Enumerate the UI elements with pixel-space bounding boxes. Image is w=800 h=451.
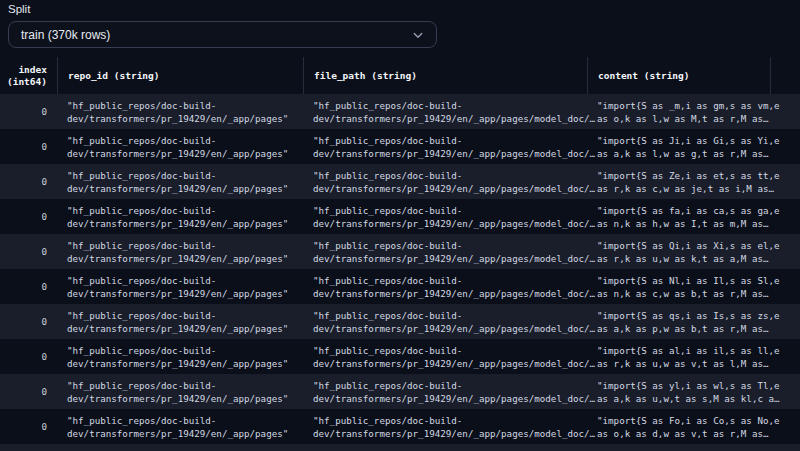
- file-path-cell: "hf_public_repos/doc-build-dev/transform…: [303, 304, 587, 339]
- table-row: 0"hf_public_repos/doc-build-dev/transfor…: [0, 234, 800, 269]
- index-cell: 0: [0, 234, 57, 269]
- content-cell: "import{S as _m,i as gm,s as vm,eas o,k …: [587, 94, 770, 129]
- overflow-column-cell: [770, 374, 800, 409]
- repo-id-cell: "hf_public_repos/doc-build-dev/transform…: [57, 94, 303, 129]
- content-cell: "import{S as qs,i as Is,s as zs,eas a,k …: [587, 304, 770, 339]
- overflow-column-cell: [770, 199, 800, 234]
- index-cell: 0: [0, 304, 57, 339]
- index-cell: 0: [0, 409, 57, 444]
- repo-id-cell: "hf_public_repos/doc-build-dev/transform…: [57, 339, 303, 374]
- repo-id-cell: "hf_public_repos/doc-build-dev/transform…: [57, 129, 303, 164]
- file-path-cell: "hf_public_repos/doc-build-dev/transform…: [303, 199, 587, 234]
- file-path-cell: "hf_public_repos/doc-build-dev/transform…: [303, 374, 587, 409]
- table-row: 0"hf_public_repos/doc-build-dev/transfor…: [0, 374, 800, 409]
- overflow-column-cell: [770, 339, 800, 374]
- content-cell: "import{S as Nl,i as Il,s as Sl,eas n,k …: [587, 269, 770, 304]
- column-header-extra: [770, 57, 800, 94]
- content-cell: "import{S as yl,i as wl,s as Tl,eas a,k …: [587, 374, 770, 409]
- table-row: 0"hf_public_repos/doc-build-dev/transfor…: [0, 269, 800, 304]
- split-label: Split: [8, 3, 792, 15]
- column-header-repo_id: repo_id (string): [57, 57, 303, 94]
- repo-id-cell: "hf_public_repos/doc-build-dev/transform…: [57, 269, 303, 304]
- table-row: 0"hf_public_repos/doc-build-dev/transfor…: [0, 339, 800, 374]
- overflow-column-cell: [770, 94, 800, 129]
- split-select[interactable]: train (370k rows): [8, 21, 437, 48]
- column-header-index: index(int64): [0, 57, 57, 94]
- index-cell: 0: [0, 94, 57, 129]
- table-row: 0"hf_public_repos/doc-build-dev/transfor…: [0, 129, 800, 164]
- index-cell: 0: [0, 164, 57, 199]
- table-row-partial: [0, 444, 800, 451]
- split-select-value: train (370k rows): [21, 28, 110, 42]
- column-header-file_path: file_path (string): [303, 57, 587, 94]
- repo-id-cell: "hf_public_repos/doc-build-dev/transform…: [57, 304, 303, 339]
- file-path-cell: "hf_public_repos/doc-build-dev/transform…: [303, 164, 587, 199]
- overflow-column-cell: [770, 129, 800, 164]
- content-cell: "import{S as Qi,i as Xi,s as el,eas r,k …: [587, 234, 770, 269]
- repo-id-cell: "hf_public_repos/doc-build-dev/transform…: [57, 234, 303, 269]
- repo-id-cell: "hf_public_repos/doc-build-dev/transform…: [57, 374, 303, 409]
- table-row: 0"hf_public_repos/doc-build-dev/transfor…: [0, 94, 800, 129]
- index-cell: 0: [0, 339, 57, 374]
- table-header-row: index(int64)repo_id (string)file_path (s…: [0, 57, 800, 94]
- repo-id-cell: "hf_public_repos/doc-build-dev/transform…: [57, 199, 303, 234]
- chevron-down-icon: [412, 29, 424, 41]
- content-cell: "import{S as Fo,i as Co,s as No,eas o,k …: [587, 409, 770, 444]
- repo-id-cell: "hf_public_repos/doc-build-dev/transform…: [57, 409, 303, 444]
- table-body: 0"hf_public_repos/doc-build-dev/transfor…: [0, 94, 800, 451]
- dataset-table[interactable]: index(int64)repo_id (string)file_path (s…: [0, 57, 800, 451]
- index-cell: 0: [0, 199, 57, 234]
- table-row: 0"hf_public_repos/doc-build-dev/transfor…: [0, 304, 800, 339]
- file-path-cell: "hf_public_repos/doc-build-dev/transform…: [303, 269, 587, 304]
- index-cell: 0: [0, 129, 57, 164]
- content-cell: "import{S as al,i as il,s as ll,eas r,k …: [587, 339, 770, 374]
- overflow-column-cell: [770, 269, 800, 304]
- table-row: 0"hf_public_repos/doc-build-dev/transfor…: [0, 164, 800, 199]
- file-path-cell: "hf_public_repos/doc-build-dev/transform…: [303, 129, 587, 164]
- table-row: 0"hf_public_repos/doc-build-dev/transfor…: [0, 199, 800, 234]
- overflow-column-cell: [770, 164, 800, 199]
- table-row: 0"hf_public_repos/doc-build-dev/transfor…: [0, 409, 800, 444]
- file-path-cell: "hf_public_repos/doc-build-dev/transform…: [303, 94, 587, 129]
- index-cell: 0: [0, 269, 57, 304]
- content-cell: "import{S as Ze,i as et,s as tt,eas r,k …: [587, 164, 770, 199]
- file-path-cell: "hf_public_repos/doc-build-dev/transform…: [303, 409, 587, 444]
- overflow-column-cell: [770, 409, 800, 444]
- overflow-column-cell: [770, 234, 800, 269]
- split-section: Split train (370k rows): [0, 0, 800, 48]
- overflow-column-cell: [770, 304, 800, 339]
- column-header-content: content (string): [587, 57, 770, 94]
- file-path-cell: "hf_public_repos/doc-build-dev/transform…: [303, 234, 587, 269]
- content-cell: "import{S as Ji,i as Gi,s as Yi,eas a,k …: [587, 129, 770, 164]
- content-cell: "import{S as fa,i as ca,s as ga,eas n,k …: [587, 199, 770, 234]
- file-path-cell: "hf_public_repos/doc-build-dev/transform…: [303, 339, 587, 374]
- index-cell: 0: [0, 374, 57, 409]
- repo-id-cell: "hf_public_repos/doc-build-dev/transform…: [57, 164, 303, 199]
